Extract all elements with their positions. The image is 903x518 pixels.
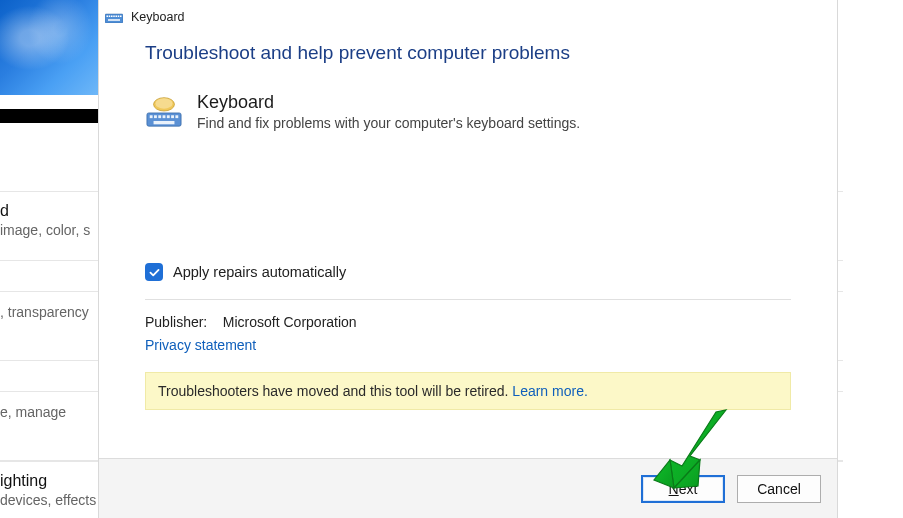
svg-rect-18: [175, 115, 178, 118]
svg-rect-16: [167, 115, 170, 118]
svg-rect-15: [163, 115, 166, 118]
apply-repairs-checkbox[interactable]: [145, 263, 163, 281]
svg-rect-19: [154, 121, 175, 124]
svg-rect-12: [150, 115, 153, 118]
retirement-notice: Troubleshooters have moved and this tool…: [145, 372, 791, 410]
publisher-label: Publisher:: [145, 314, 207, 330]
next-button[interactable]: Next: [641, 475, 725, 503]
learn-more-link[interactable]: Learn more.: [512, 383, 587, 399]
svg-rect-4: [113, 16, 115, 18]
svg-rect-5: [116, 16, 118, 18]
cancel-button[interactable]: Cancel: [737, 475, 821, 503]
desktop-wallpaper-thumb: [0, 0, 100, 95]
svg-rect-7: [120, 16, 122, 18]
troubleshooter-dialog: Keyboard Troubleshoot and help prevent c…: [98, 0, 838, 518]
svg-rect-2: [109, 16, 111, 18]
dialog-titlebar: Keyboard: [99, 0, 837, 34]
page-heading: Troubleshoot and help prevent computer p…: [145, 42, 791, 64]
svg-rect-13: [154, 115, 157, 118]
privacy-statement-row: Privacy statement: [145, 336, 791, 354]
privacy-statement-link[interactable]: Privacy statement: [145, 337, 256, 353]
next-button-suffix: ext: [679, 481, 698, 497]
svg-rect-8: [108, 19, 120, 21]
publisher-value: Microsoft Corporation: [223, 314, 357, 330]
troubleshooter-entry-text: Keyboard Find and fix problems with your…: [197, 92, 580, 131]
svg-rect-17: [171, 115, 174, 118]
dialog-body: Troubleshoot and help prevent computer p…: [99, 34, 837, 458]
keyboard-icon: [105, 8, 123, 26]
notice-text: Troubleshooters have moved and this tool…: [158, 383, 512, 399]
svg-rect-3: [111, 16, 113, 18]
dialog-footer: Next Cancel: [99, 458, 837, 518]
apply-repairs-label: Apply repairs automatically: [173, 264, 346, 280]
publisher-line: Publisher: Microsoft Corporation: [145, 314, 791, 330]
troubleshooter-entry-icon: [145, 92, 183, 130]
troubleshooter-entry: Keyboard Find and fix problems with your…: [145, 92, 791, 131]
troubleshooter-entry-desc: Find and fix problems with your computer…: [197, 115, 580, 131]
svg-point-10: [155, 98, 172, 108]
svg-rect-6: [118, 16, 120, 18]
divider-bar: [0, 109, 100, 123]
svg-rect-14: [158, 115, 161, 118]
apply-repairs-row: Apply repairs automatically: [145, 263, 791, 300]
svg-rect-1: [107, 16, 109, 18]
troubleshooter-entry-title: Keyboard: [197, 92, 580, 113]
dialog-title: Keyboard: [131, 10, 185, 24]
svg-rect-0: [105, 14, 123, 23]
